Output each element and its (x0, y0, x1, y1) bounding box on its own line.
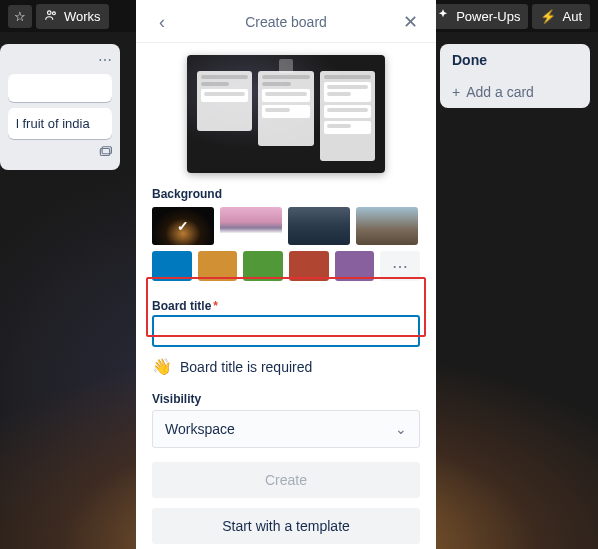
visibility-value: Workspace (165, 421, 235, 437)
background-colors-row: ⋯ (152, 251, 420, 281)
automation-button[interactable]: ⚡ Aut (532, 4, 590, 29)
chevron-left-icon: ‹ (159, 12, 165, 33)
powerups-label: Power-Ups (456, 9, 520, 24)
automation-label: Aut (562, 9, 582, 24)
board-title-input[interactable] (152, 315, 420, 347)
background-label: Background (152, 187, 420, 201)
create-board-modal: ‹ Create board ✕ Backgr (136, 0, 436, 549)
close-button[interactable]: ✕ (398, 10, 422, 34)
background-images-row (152, 207, 420, 245)
svg-point-0 (48, 10, 52, 13)
visibility-field: Visibility Workspace ⌄ (152, 392, 420, 448)
board-preview (187, 55, 385, 173)
trello-icon (279, 59, 293, 73)
modal-header: ‹ Create board ✕ (136, 0, 436, 43)
people-icon (44, 8, 58, 25)
svg-point-1 (52, 11, 55, 14)
list-item[interactable] (8, 74, 112, 102)
create-button[interactable]: Create (152, 462, 420, 498)
background-color-option[interactable] (289, 251, 329, 281)
card-template-icon[interactable] (8, 145, 112, 162)
add-card-label: Add a card (466, 84, 534, 100)
modal-title: Create board (174, 14, 398, 30)
required-asterisk: * (213, 299, 218, 313)
board-title-hint: 👋 Board title is required (152, 357, 420, 376)
workspace-label: Works (64, 9, 101, 24)
background-image-option[interactable] (288, 207, 350, 245)
board-title-label: Board title* (152, 299, 420, 313)
visibility-select[interactable]: Workspace ⌄ (152, 410, 420, 448)
star-button[interactable]: ☆ (8, 5, 32, 28)
hint-text: Board title is required (180, 359, 312, 375)
board-title-field: Board title* (152, 299, 420, 347)
background-image-option[interactable] (220, 207, 282, 245)
start-with-template-button[interactable]: Start with a template (152, 508, 420, 544)
back-button[interactable]: ‹ (150, 10, 174, 34)
visibility-label: Visibility (152, 392, 420, 406)
done-column: Done + Add a card (440, 44, 590, 108)
background-color-option[interactable] (243, 251, 283, 281)
close-icon: ✕ (403, 11, 418, 33)
modal-body: Background ⋯ Board title* 👋 Board title … (136, 43, 436, 549)
rocket-icon (436, 8, 450, 25)
list-menu-button[interactable]: ⋯ (8, 52, 112, 68)
plus-icon: + (452, 84, 460, 100)
background-color-option[interactable] (198, 251, 238, 281)
powerups-button[interactable]: Power-Ups (428, 4, 528, 29)
list-item-text: l fruit of india (16, 116, 90, 131)
more-backgrounds-button[interactable]: ⋯ (380, 251, 420, 281)
bolt-icon: ⚡ (540, 9, 556, 24)
column-title[interactable]: Done (440, 44, 590, 76)
wave-icon: 👋 (152, 357, 172, 376)
list-item[interactable]: l fruit of india (8, 108, 112, 139)
add-card-button[interactable]: + Add a card (440, 76, 590, 108)
list-card: ⋯ l fruit of india (0, 44, 120, 170)
workspace-button[interactable]: Works (36, 4, 109, 29)
background-image-option[interactable] (152, 207, 214, 245)
background-color-option[interactable] (335, 251, 375, 281)
chevron-down-icon: ⌄ (395, 421, 407, 437)
background-image-option[interactable] (356, 207, 418, 245)
star-icon: ☆ (14, 9, 26, 24)
background-color-option[interactable] (152, 251, 192, 281)
